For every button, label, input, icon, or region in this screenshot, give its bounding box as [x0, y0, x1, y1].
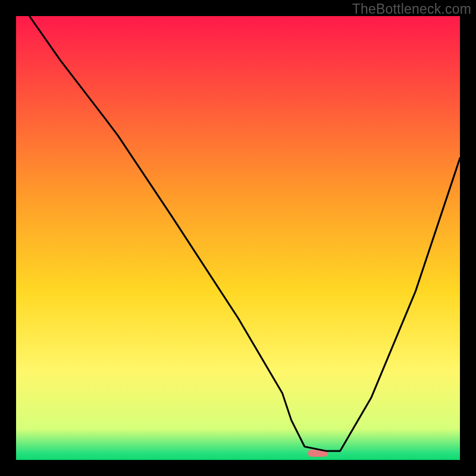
chart-frame: TheBottleneck.com — [0, 0, 476, 476]
watermark-text: TheBottleneck.com — [352, 1, 471, 17]
chart-background — [16, 16, 460, 460]
chart-svg — [16, 16, 460, 460]
plot-area — [16, 16, 460, 460]
